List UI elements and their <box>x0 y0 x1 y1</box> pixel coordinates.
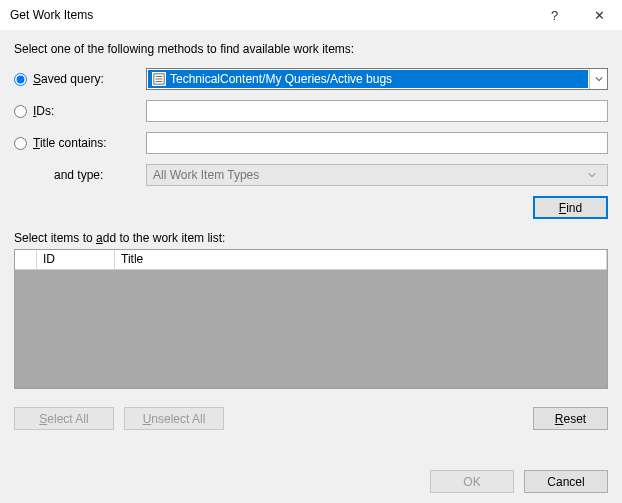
titlebar: Get Work Items ? ✕ <box>0 0 622 30</box>
query-list-icon <box>152 72 166 86</box>
saved-query-row: Saved query: TechnicalContent/My Queries… <box>14 68 608 90</box>
window-title: Get Work Items <box>10 8 532 22</box>
grid-body <box>15 270 607 388</box>
type-combo: All Work Item Types <box>146 164 608 186</box>
chevron-down-icon <box>583 171 601 179</box>
cancel-button[interactable]: Cancel <box>524 470 608 493</box>
selection-buttons: Select All Unselect All Reset <box>14 407 608 430</box>
title-contains-radio[interactable] <box>14 137 27 150</box>
reset-button[interactable]: Reset <box>533 407 608 430</box>
and-type-label: and type: <box>54 168 103 182</box>
chevron-down-icon[interactable] <box>589 69 607 89</box>
ids-label: IDs: <box>33 104 54 118</box>
select-all-button: Select All <box>14 407 114 430</box>
ok-button: OK <box>430 470 514 493</box>
results-grid[interactable]: ID Title <box>14 249 608 389</box>
saved-query-value: TechnicalContent/My Queries/Active bugs <box>170 72 392 86</box>
list-label: Select items to add to the work item lis… <box>14 231 608 245</box>
saved-query-label: Saved query: <box>33 72 104 86</box>
dialog-footer: OK Cancel <box>430 470 608 493</box>
help-button[interactable]: ? <box>532 0 577 30</box>
title-contains-label: Title contains: <box>33 136 107 150</box>
type-row: and type: All Work Item Types <box>14 164 608 186</box>
close-button[interactable]: ✕ <box>577 0 622 30</box>
ids-row: IDs: <box>14 100 608 122</box>
grid-col-id[interactable]: ID <box>37 250 115 269</box>
saved-query-radio[interactable] <box>14 73 27 86</box>
grid-header: ID Title <box>15 250 607 270</box>
ids-input[interactable] <box>146 100 608 122</box>
grid-col-title[interactable]: Title <box>115 250 607 269</box>
title-contains-input[interactable] <box>146 132 608 154</box>
instruction-text: Select one of the following methods to f… <box>14 42 608 56</box>
saved-query-combo[interactable]: TechnicalContent/My Queries/Active bugs <box>146 68 608 90</box>
ids-radio[interactable] <box>14 105 27 118</box>
title-contains-row: Title contains: <box>14 132 608 154</box>
find-row: Find <box>14 196 608 219</box>
grid-col-check[interactable] <box>15 250 37 269</box>
find-button[interactable]: Find <box>533 196 608 219</box>
type-value: All Work Item Types <box>153 168 259 182</box>
dialog-content: Select one of the following methods to f… <box>0 30 622 440</box>
unselect-all-button: Unselect All <box>124 407 224 430</box>
